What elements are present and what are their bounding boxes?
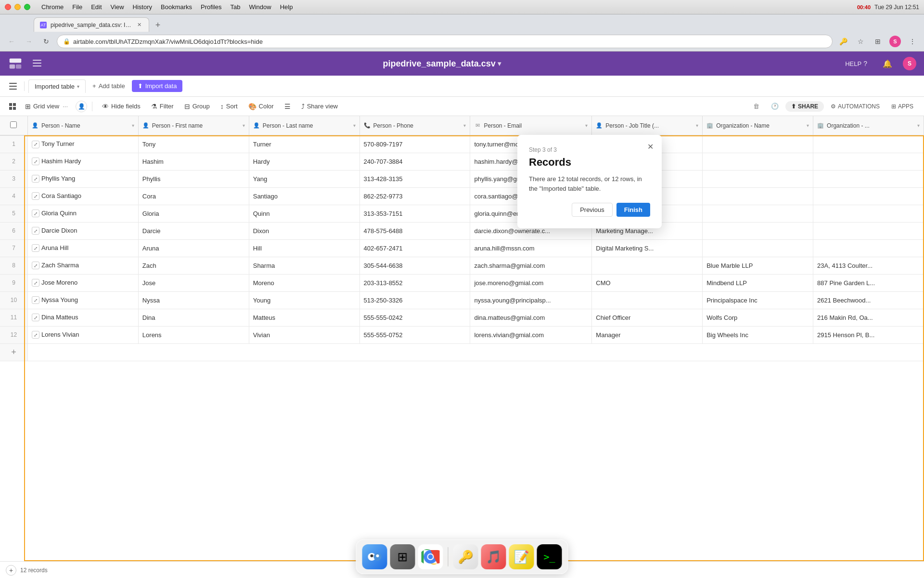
cell-first-name[interactable]: Lorens: [138, 326, 249, 343]
cell-email[interactable]: nyssa.young@principalsp...: [470, 291, 592, 309]
table-area[interactable]: 👤 Person - Name ▾ 👤 Person - First name …: [0, 116, 924, 561]
col-header-job-title[interactable]: 👤 Person - Job Title (... ▾: [592, 116, 703, 135]
row-expand-icon[interactable]: ⤢: [32, 227, 39, 235]
notifications-button[interactable]: 🔔: [878, 57, 897, 70]
add-record-button[interactable]: +: [6, 565, 16, 576]
cell-org-addr[interactable]: 2915 Henson Pl, B...: [813, 326, 924, 343]
cell-last-name[interactable]: Hill: [249, 239, 359, 257]
dock-finder[interactable]: [362, 544, 387, 569]
cell-last-name[interactable]: Young: [249, 291, 359, 309]
table-row[interactable]: 2 ⤢Hashim Hardy Hashim Hardy 240-707-388…: [0, 153, 924, 170]
apps-button[interactable]: ⊞ APPS: [886, 101, 918, 112]
cell-first-name[interactable]: Gloria: [138, 205, 249, 222]
dock-notes[interactable]: 📝: [509, 544, 534, 569]
row-expand-icon[interactable]: ⤢: [32, 262, 39, 269]
cell-last-name[interactable]: Vivian: [249, 326, 359, 343]
col-header-first-name[interactable]: 👤 Person - First name ▾: [138, 116, 249, 135]
cell-last-name[interactable]: Moreno: [249, 274, 359, 291]
tab-close-button[interactable]: ✕: [135, 21, 143, 29]
cell-first-name[interactable]: Zach: [138, 257, 249, 274]
menu-file[interactable]: File: [68, 2, 86, 12]
row-expand-icon[interactable]: ⤢: [32, 296, 39, 304]
cell-org-addr[interactable]: 887 Pine Garden L...: [813, 274, 924, 291]
cell-last-name[interactable]: Dixon: [249, 222, 359, 239]
add-row-row[interactable]: +: [0, 343, 924, 361]
minimize-button[interactable]: [14, 4, 21, 10]
dock-keychain[interactable]: 🔑: [453, 544, 478, 569]
cell-org-name[interactable]: Principalspace Inc: [703, 291, 813, 309]
col-sort-name[interactable]: ▾: [132, 123, 134, 128]
cell-job-title[interactable]: CMO: [592, 274, 703, 291]
cell-job-title[interactable]: Manager: [592, 326, 703, 343]
row-expand-icon[interactable]: ⤢: [32, 314, 39, 321]
dock-launchpad[interactable]: ⊞: [390, 544, 415, 569]
back-button[interactable]: ←: [5, 35, 18, 48]
cell-last-name[interactable]: Quinn: [249, 205, 359, 222]
cell-org-name[interactable]: Big Wheels Inc: [703, 326, 813, 343]
share-button[interactable]: ⬆ SHARE: [785, 101, 824, 112]
cell-email[interactable]: dina.matteus@gmial.com: [470, 309, 592, 326]
row-expand-icon[interactable]: ⤢: [32, 279, 39, 287]
table-row[interactable]: 8 ⤢Zach Sharma Zach Sharma 305-544-6638 …: [0, 257, 924, 274]
cell-org-addr[interactable]: 216 Makin Rd, Oa...: [813, 309, 924, 326]
sort-button[interactable]: ↕ Sort: [216, 101, 243, 112]
cell-name[interactable]: ⤢Jose Moreno: [27, 274, 138, 291]
menu-edit[interactable]: Edit: [87, 2, 105, 12]
hide-fields-button[interactable]: 👁 Hide fields: [97, 101, 145, 112]
reload-button[interactable]: ↻: [39, 35, 53, 48]
imported-table-tab[interactable]: Imported table ▾: [28, 79, 86, 93]
trash-button[interactable]: 🗑: [748, 101, 764, 112]
row-height-button[interactable]: ☰: [280, 101, 295, 112]
col-sort-phone[interactable]: ▾: [463, 123, 466, 128]
row-expand-icon[interactable]: ⤢: [32, 175, 39, 183]
col-header-phone[interactable]: 📞 Person - Phone ▾: [359, 116, 470, 135]
cell-last-name[interactable]: Santiago: [249, 187, 359, 205]
cell-phone[interactable]: 402-657-2471: [359, 239, 470, 257]
menu-history[interactable]: History: [129, 2, 156, 12]
automations-button[interactable]: ⚙ AUTOMATIONS: [826, 101, 885, 112]
tab-grid-button[interactable]: ⊞: [871, 35, 885, 48]
browser-tab-active[interactable]: AT pipedrive_sample_data.csv: Im... ✕: [34, 17, 149, 32]
cell-org-name[interactable]: [703, 135, 813, 153]
db-title[interactable]: pipedrive_sample_data.csv ▾: [383, 59, 501, 69]
popup-previous-button[interactable]: Previous: [572, 203, 613, 217]
cell-org-addr[interactable]: [813, 135, 924, 153]
browser-menu-button[interactable]: ⋮: [906, 35, 919, 48]
menu-view[interactable]: View: [107, 2, 128, 12]
app-logo[interactable]: [8, 56, 23, 71]
col-sort-email[interactable]: ▾: [585, 123, 588, 128]
cell-phone[interactable]: 478-575-6488: [359, 222, 470, 239]
cell-org-addr[interactable]: [813, 187, 924, 205]
table-row[interactable]: 6 ⤢Darcie Dixon Darcie Dixon 478-575-648…: [0, 222, 924, 239]
help-button[interactable]: HELP ?: [840, 58, 872, 69]
cell-job-title[interactable]: [592, 291, 703, 309]
cell-last-name[interactable]: Turner: [249, 135, 359, 153]
filter-button[interactable]: ⚗ Filter: [146, 101, 179, 112]
cell-phone[interactable]: 313-428-3135: [359, 170, 470, 187]
cell-name[interactable]: ⤢Dina Matteus: [27, 309, 138, 326]
cell-name[interactable]: ⤢Cora Santiago: [27, 187, 138, 205]
cell-last-name[interactable]: Yang: [249, 170, 359, 187]
row-expand-icon[interactable]: ⤢: [32, 192, 39, 200]
maximize-button[interactable]: [24, 4, 30, 10]
cell-org-addr[interactable]: [813, 222, 924, 239]
cell-org-addr[interactable]: 23A, 4113 Coulter...: [813, 257, 924, 274]
cell-name[interactable]: ⤢Zach Sharma: [27, 257, 138, 274]
cell-org-name[interactable]: [703, 222, 813, 239]
table-row[interactable]: 5 ⤢Gloria Quinn Gloria Quinn 313-353-715…: [0, 205, 924, 222]
table-row[interactable]: 3 ⤢Phyllis Yang Phyllis Yang 313-428-313…: [0, 170, 924, 187]
cell-org-addr[interactable]: [813, 170, 924, 187]
table-row[interactable]: 1 ⤢Tony Turner Tony Turner 570-809-7197 …: [0, 135, 924, 153]
cell-phone[interactable]: 305-544-6638: [359, 257, 470, 274]
close-button[interactable]: [5, 4, 11, 10]
row-expand-icon[interactable]: ⤢: [32, 158, 39, 165]
cell-org-name[interactable]: [703, 153, 813, 170]
cell-name[interactable]: ⤢Hashim Hardy: [27, 153, 138, 170]
dock-music[interactable]: 🎵: [481, 544, 506, 569]
menu-bookmarks[interactable]: Bookmarks: [157, 2, 196, 12]
row-expand-icon[interactable]: ⤢: [32, 210, 39, 217]
cell-name[interactable]: ⤢Darcie Dixon: [27, 222, 138, 239]
address-bar[interactable]: 🔒 airtable.com/tblUhATZDzmqnXak7/viwMnlL…: [57, 35, 833, 48]
table-row[interactable]: 9 ⤢Jose Moreno Jose Moreno 203-313-8552 …: [0, 274, 924, 291]
cell-phone[interactable]: 570-809-7197: [359, 135, 470, 153]
